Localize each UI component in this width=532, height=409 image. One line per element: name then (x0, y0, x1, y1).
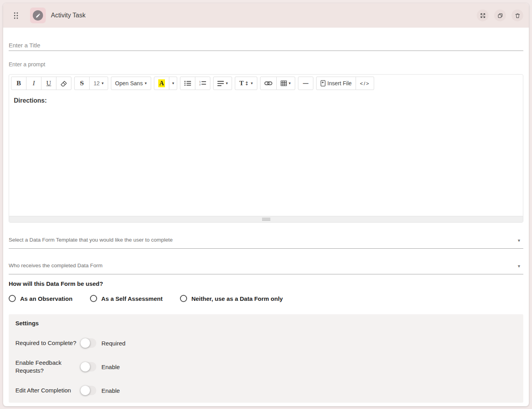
editor-resize-bar[interactable] (9, 216, 523, 222)
hr-button-group: — (298, 77, 313, 90)
task-type-badge (30, 8, 46, 23)
toggle-state-label: Enable (101, 364, 120, 370)
chevron-down-icon: ▾ (518, 238, 520, 243)
chevron-down-icon: ▾ (226, 81, 228, 85)
radio-circle-icon (9, 295, 16, 302)
pencil-icon (33, 10, 43, 21)
rich-text-editor: B I U S 12 (9, 74, 523, 223)
file-code-group: Insert File </> (316, 77, 374, 90)
toggle-state-label: Required (101, 340, 126, 347)
line-height-button[interactable]: T ↕ ▾ (235, 77, 257, 90)
link-button[interactable] (260, 77, 277, 90)
paragraph-align-button[interactable]: ▾ (213, 77, 232, 90)
setting-label: Required to Complete? (15, 339, 81, 347)
font-name-button[interactable]: Open Sans ▾ (111, 77, 151, 90)
editor-content[interactable]: Directions: (9, 92, 523, 216)
duplicate-button[interactable] (494, 9, 506, 21)
chevron-down-icon: ▾ (289, 81, 291, 85)
eraser-icon (60, 81, 67, 86)
data-form-template-select-label: Select a Data Form Template that you wou… (9, 237, 172, 243)
radio-label: As a Self Assessment (101, 295, 163, 302)
insert-button-group: ▾ (260, 77, 295, 90)
line-height-group: T ↕ ▾ (235, 77, 257, 90)
link-icon (264, 81, 272, 86)
code-view-button[interactable]: </> (356, 77, 374, 90)
trash-icon (515, 13, 521, 19)
horizontal-rule-icon: — (303, 80, 308, 86)
style-button-group: B I U (11, 77, 71, 90)
file-plus-icon (320, 80, 326, 86)
setting-label: Enable Feedback Requests? (15, 359, 81, 375)
card-content: Enter a prompt B I U (3, 39, 529, 403)
setting-feedback-row: Enable Feedback Requests? Enable (15, 359, 517, 375)
toggle-knob (81, 338, 90, 348)
text-color-button[interactable]: A (154, 77, 170, 90)
svg-text:2: 2 (199, 83, 201, 86)
recipient-select-label: Who receives the completed Data Form (9, 263, 103, 268)
underline-button[interactable]: U (41, 77, 56, 90)
radio-circle-icon (90, 295, 97, 302)
data-form-template-select[interactable]: Select a Data Form Template that you wou… (9, 237, 523, 249)
required-toggle[interactable] (81, 338, 96, 348)
clear-format-button[interactable] (56, 77, 71, 90)
resize-grip-icon (262, 218, 270, 221)
header-actions (477, 9, 523, 21)
font-size-button[interactable]: 12 ▾ (89, 77, 108, 90)
font-button-group: S 12 ▾ (74, 77, 108, 90)
insert-file-button[interactable]: Insert File (316, 77, 356, 90)
copy-icon (497, 13, 503, 19)
font-name-group: Open Sans ▾ (111, 77, 151, 90)
radio-self-assessment[interactable]: As a Self Assessment (90, 295, 163, 302)
toggle-knob (81, 362, 90, 371)
horizontal-rule-button[interactable]: — (298, 77, 313, 90)
bullet-list-icon (184, 81, 191, 86)
expand-button[interactable] (477, 9, 489, 21)
radio-label: As an Observation (20, 295, 73, 302)
recipient-select[interactable]: Who receives the completed Data Form ▾ (9, 263, 523, 274)
chevron-down-icon: ▾ (172, 81, 174, 85)
setting-required-row: Required to Complete? Required (15, 336, 517, 350)
expand-icon (480, 13, 486, 19)
chevron-down-icon: ▾ (102, 81, 104, 85)
edit-toggle[interactable] (81, 386, 96, 395)
prompt-label: Enter a prompt (9, 61, 523, 68)
title-input[interactable] (9, 39, 523, 51)
radio-data-form-only[interactable]: Neither, use as a Data Form only (180, 295, 283, 302)
setting-label: Edit After Completion (15, 386, 81, 394)
toggle-state-label: Enable (101, 387, 120, 394)
settings-title: Settings (15, 320, 517, 327)
align-button-group: ▾ (213, 77, 232, 90)
settings-panel: Settings Required to Complete? Required … (9, 314, 523, 403)
italic-button[interactable]: I (26, 77, 41, 90)
activity-task-card: Activity Task (3, 3, 529, 406)
radio-label: Neither, use as a Data Form only (191, 295, 283, 302)
unordered-list-button[interactable] (180, 77, 195, 90)
ordered-list-button[interactable]: 1 2 (195, 77, 210, 90)
card-header: Activity Task (3, 3, 529, 28)
radio-circle-icon (180, 295, 187, 302)
color-button-group: A ▾ (154, 77, 178, 90)
drag-handle-icon[interactable] (13, 12, 19, 19)
chevron-down-icon: ▾ (145, 81, 147, 85)
feedback-toggle[interactable] (81, 362, 96, 371)
color-dropdown-button[interactable]: ▾ (169, 77, 177, 90)
chevron-down-icon: ▾ (518, 264, 520, 268)
table-icon (281, 81, 287, 86)
toggle-knob (81, 386, 90, 395)
card-title: Activity Task (51, 12, 86, 19)
highlight-a-icon: A (158, 79, 165, 87)
align-lines-icon (217, 81, 224, 86)
updown-arrow-icon: ↕ (245, 81, 249, 86)
radio-as-observation[interactable]: As an Observation (9, 295, 73, 302)
strikethrough-button[interactable]: S (74, 77, 90, 90)
usage-question-label: How will this Data Form be used? (9, 280, 523, 287)
setting-edit-row: Edit After Completion Enable (15, 384, 517, 397)
table-button[interactable]: ▾ (276, 77, 295, 90)
editor-toolbar: B I U S 12 (9, 75, 523, 92)
chevron-down-icon: ▾ (251, 81, 253, 85)
numbered-list-icon: 1 2 (199, 81, 206, 86)
delete-button[interactable] (511, 9, 523, 21)
list-button-group: 1 2 (180, 77, 210, 90)
bold-button[interactable]: B (11, 77, 26, 90)
usage-radio-group: As an Observation As a Self Assessment N… (9, 295, 523, 302)
